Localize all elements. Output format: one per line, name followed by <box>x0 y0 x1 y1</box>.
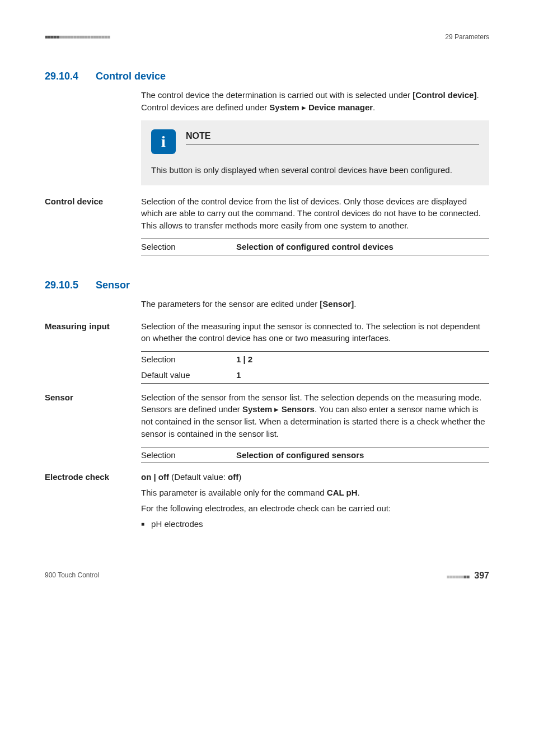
available-line: This parameter is available only for the… <box>141 487 489 499</box>
intro-paragraph: The control device the determination is … <box>141 89 489 114</box>
field-label: Measuring input <box>45 320 141 391</box>
footer-right: ■■■■■■■■ 397 <box>447 569 489 582</box>
spec-table: Selection 1 | 2 Default value 1 <box>141 351 489 384</box>
electrode-intro: For the following electrodes, an electro… <box>141 502 489 515</box>
header-ornament-left: ■■■■■■■■■■■■■■■■■■■■■■■ <box>45 33 110 41</box>
field-electrode-check: Electrode check on | off (Default value:… <box>45 471 489 530</box>
spec-key: Selection <box>141 447 236 463</box>
field-control-device: Control device Selection of the control … <box>45 195 489 263</box>
field-label: Sensor <box>45 391 141 472</box>
spec-value: Selection of configured control devices <box>236 239 489 255</box>
field-measuring-input: Measuring input Selection of the measuri… <box>45 320 489 391</box>
onoff-line: on | off (Default value: off) <box>141 471 489 483</box>
spec-value: 1 | 2 <box>236 352 489 367</box>
heading-sensor: 29.10.5 Sensor <box>45 278 489 292</box>
spec-key: Selection <box>141 352 236 367</box>
spec-value: 1 <box>236 367 489 383</box>
page-header: ■■■■■■■■■■■■■■■■■■■■■■■ 29 Parameters <box>45 32 489 42</box>
note-box: i NOTE This button is only displayed whe… <box>141 120 489 185</box>
intro-paragraph: The parameters for the sensor are edited… <box>141 298 489 310</box>
field-description: Selection of the control device from the… <box>141 195 489 232</box>
heading-number: 29.10.5 <box>45 278 93 292</box>
list-item: pH electrodes <box>141 518 489 530</box>
spec-value: Selection of configured sensors <box>236 447 489 463</box>
field-label: Electrode check <box>45 471 141 530</box>
spec-table: Selection Selection of configured sensor… <box>141 447 489 464</box>
note-title: NOTE <box>186 129 479 145</box>
heading-control-device: 29.10.4 Control device <box>45 69 489 83</box>
field-description: Selection of the measuring input the sen… <box>141 320 489 345</box>
field-description: Selection of the sensor from the sensor … <box>141 391 489 440</box>
footer-left: 900 Touch Control <box>45 571 99 580</box>
page-number: 397 <box>474 571 489 580</box>
footer-ornament: ■■■■■■■■ <box>447 573 469 580</box>
field-sensor: Sensor Selection of the sensor from the … <box>45 391 489 472</box>
heading-text: Control device <box>96 71 166 82</box>
spec-key: Default value <box>141 367 236 383</box>
heading-text: Sensor <box>96 279 130 291</box>
intro-sensor: The parameters for the sensor are edited… <box>141 298 489 310</box>
note-body: This button is only displayed when sever… <box>151 164 479 176</box>
field-label: Control device <box>45 195 141 263</box>
page-footer: 900 Touch Control ■■■■■■■■ 397 <box>45 569 489 582</box>
heading-number: 29.10.4 <box>45 69 93 83</box>
spec-table: Selection Selection of configured contro… <box>141 239 489 255</box>
electrode-list: pH electrodes <box>141 518 489 530</box>
info-icon: i <box>151 129 176 154</box>
spec-key: Selection <box>141 239 236 255</box>
header-chapter: 29 Parameters <box>445 32 489 42</box>
intro-control-device: The control device the determination is … <box>141 89 489 185</box>
